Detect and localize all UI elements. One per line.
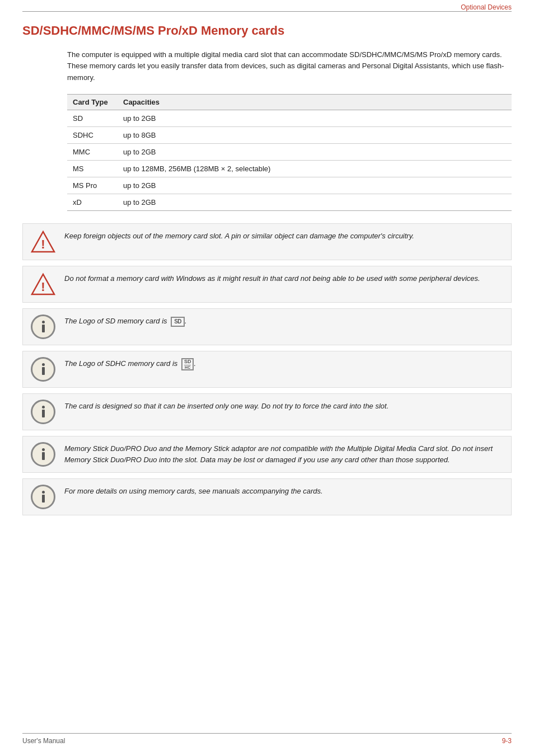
table-row: MS Proup to 2GB (67, 177, 512, 194)
sdhc-logo: SDHC (181, 358, 194, 370)
table-row: SDHCup to 8GB (67, 126, 512, 143)
notice-text: The card is designed so that it can be i… (64, 400, 388, 412)
col-header-capacities: Capacities (118, 94, 512, 110)
cell-type: MMC (67, 143, 118, 160)
cell-capacity: up to 128MB, 256MB (128MB × 2, selectabl… (118, 160, 512, 177)
notice-text: For more details on using memory cards, … (64, 485, 323, 497)
notice-text: Do not format a memory card with Windows… (64, 272, 480, 284)
info-icon (31, 357, 55, 382)
table-row: MSup to 128MB, 256MB (128MB × 2, selecta… (67, 160, 512, 177)
page-title: SD/SDHC/MMC/MS/MS Pro/xD Memory cards (22, 23, 512, 39)
cell-type: MS (67, 160, 118, 177)
info-icon (31, 442, 55, 467)
cell-type: SDHC (67, 126, 118, 143)
info-icon (31, 400, 55, 424)
info-bar (42, 367, 45, 375)
notice-text: Memory Stick Duo/PRO Duo and the Memory … (64, 442, 503, 466)
cell-capacity: up to 2GB (118, 177, 512, 194)
info-icon (31, 485, 55, 509)
warning-triangle-icon: ! (31, 229, 55, 254)
main-content: SD/SDHC/MMC/MS/MS Pro/xD Memory cards Th… (0, 12, 534, 543)
page: Optional Devices SD/SDHC/MMC/MS/MS Pro/x… (0, 0, 534, 756)
info-dot (42, 406, 45, 408)
svg-text:!: ! (41, 237, 45, 251)
notice-box: For more details on using memory cards, … (22, 478, 512, 515)
cell-type: MS Pro (67, 177, 118, 194)
cell-capacity: up to 8GB (118, 126, 512, 143)
info-bar (42, 410, 45, 417)
warning-icon: ! (31, 229, 55, 254)
table-row: xDup to 2GB (67, 194, 512, 210)
cell-type: xD (67, 194, 118, 210)
warning-triangle-icon: ! (31, 272, 55, 297)
notice-text: The Logo of SD memory card is SD. (64, 314, 187, 327)
notice-box: The Logo of SD memory card is SD. (22, 308, 512, 345)
notice-text: The Logo of SDHC memory card is SDHC. (64, 357, 196, 370)
info-bar (42, 452, 45, 460)
notice-box: ! Do not format a memory card with Windo… (22, 266, 512, 303)
sd-logo: SD (171, 317, 185, 327)
table-row: MMCup to 2GB (67, 143, 512, 160)
header-bar: Optional Devices (0, 0, 534, 11)
footer-manual-label: User's Manual (22, 737, 65, 745)
notices-container: ! Keep foreign objects out of the memory… (22, 223, 512, 515)
info-dot (42, 321, 45, 323)
info-dot (42, 448, 45, 451)
table-row: SDup to 2GB (67, 110, 512, 126)
footer: User's Manual 9-3 (22, 733, 512, 745)
cell-capacity: up to 2GB (118, 110, 512, 126)
info-bar (42, 325, 45, 332)
col-header-type: Card Type (67, 94, 118, 110)
notice-box: Memory Stick Duo/PRO Duo and the Memory … (22, 436, 512, 473)
notice-box: The Logo of SDHC memory card is SDHC. (22, 351, 512, 388)
cell-capacity: up to 2GB (118, 143, 512, 160)
card-table: Card Type Capacities SDup to 2GBSDHCup t… (67, 94, 512, 211)
info-bar (42, 495, 45, 503)
notice-box: ! Keep foreign objects out of the memory… (22, 223, 512, 260)
info-icon (31, 314, 55, 339)
table-header-row: Card Type Capacities (67, 94, 512, 110)
cell-type: SD (67, 110, 118, 126)
svg-text:!: ! (41, 280, 45, 294)
footer-page-number: 9-3 (502, 737, 512, 745)
notice-box: The card is designed so that it can be i… (22, 393, 512, 430)
warning-icon: ! (31, 272, 55, 297)
notice-text: Keep foreign objects out of the memory c… (64, 229, 414, 242)
info-dot (42, 491, 45, 494)
cell-capacity: up to 2GB (118, 194, 512, 210)
section-label: Optional Devices (461, 3, 512, 11)
intro-paragraph: The computer is equipped with a multiple… (67, 49, 512, 84)
info-dot (42, 363, 45, 366)
